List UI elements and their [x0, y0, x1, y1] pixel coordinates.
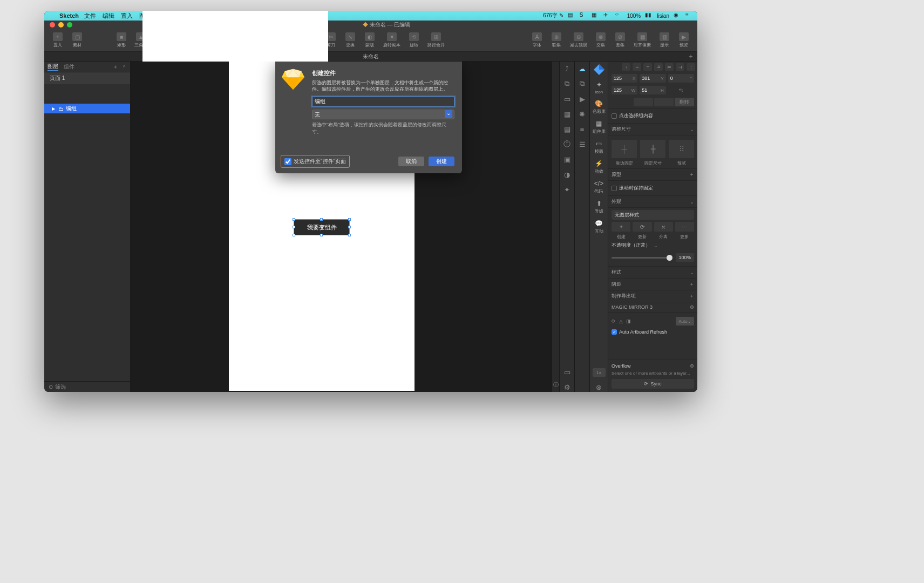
- align-left-icon[interactable]: ⫞: [622, 63, 630, 71]
- w-input[interactable]: 125W: [612, 86, 637, 94]
- resize-handle[interactable]: [348, 226, 351, 228]
- strip-icon-layout[interactable]: ▤: [562, 124, 572, 134]
- toolbar-mask[interactable]: ◐蒙版: [361, 31, 379, 50]
- rotation-input[interactable]: 0°: [668, 74, 694, 83]
- flip-label[interactable]: 翻转: [675, 98, 694, 106]
- toolbar-fonts[interactable]: A字体: [528, 31, 546, 50]
- toolbar-rect[interactable]: ■矩形: [112, 31, 131, 50]
- strip-icon-data[interactable]: ≡: [578, 124, 587, 134]
- menubar-plane-icon[interactable]: ✈: [603, 12, 611, 19]
- filter-icon[interactable]: ⊙: [49, 384, 53, 390]
- opacity-value[interactable]: 100%: [676, 253, 694, 262]
- strip-icon-cloud[interactable]: ☁: [578, 64, 587, 73]
- new-tab-button[interactable]: ＋: [688, 52, 694, 61]
- strip-icon-palette[interactable]: ◑: [562, 170, 572, 179]
- fix-size-control[interactable]: ╋: [640, 140, 665, 158]
- plugin-upgrade[interactable]: ⬆升级: [595, 200, 603, 214]
- resize-handle[interactable]: [293, 226, 295, 228]
- align-hcenter-icon[interactable]: ⫠: [633, 63, 641, 71]
- canvas[interactable]: 我要变组件: [131, 62, 552, 392]
- resize-handle[interactable]: [320, 234, 323, 236]
- y-input[interactable]: 381Y: [640, 74, 665, 83]
- plugin-scale[interactable]: 1x: [593, 368, 606, 377]
- symbol-name-input[interactable]: [312, 97, 454, 106]
- resize-handle[interactable]: [348, 234, 351, 236]
- strip-icon-duplicate[interactable]: ⧉: [562, 79, 572, 89]
- menubar-wordcount[interactable]: 676字 ✎: [543, 12, 563, 19]
- style-create-button[interactable]: ＋: [612, 222, 630, 232]
- window-zoom-button[interactable]: [67, 22, 72, 28]
- plugin-icon[interactable]: ✦Icon: [595, 81, 603, 94]
- mm-flip-icon[interactable]: △: [619, 318, 623, 324]
- toolbar-union[interactable]: ⊕联集: [547, 31, 566, 50]
- plugin-code[interactable]: </>代码: [594, 180, 603, 194]
- plugin-close-icon[interactable]: ⊗: [594, 382, 604, 392]
- mm-auto-select[interactable]: Auto ⌄: [676, 317, 694, 326]
- plugin-templates[interactable]: ▭模版: [595, 140, 603, 154]
- overflow-settings-icon[interactable]: ⚙: [690, 363, 694, 369]
- toolbar-preview[interactable]: ▶预览: [675, 31, 693, 50]
- strip-icon-play[interactable]: ▶: [578, 94, 587, 104]
- h-input[interactable]: 51H: [640, 86, 665, 94]
- filter-label[interactable]: 筛选: [55, 383, 66, 391]
- style-update-button[interactable]: ⟳: [633, 222, 651, 232]
- align-vcenter-icon[interactable]: ⫢: [665, 63, 674, 71]
- strip-icon-copy[interactable]: ⧉: [578, 79, 587, 89]
- pin-edges-control[interactable]: ┼: [612, 140, 637, 158]
- info-icon[interactable]: ⓘ: [553, 381, 559, 389]
- radius-input-2[interactable]: [654, 98, 674, 106]
- resize-section-header[interactable]: 调整尺寸⌄: [608, 123, 697, 135]
- select-group-contents-checkbox[interactable]: 点击选择组内容: [612, 111, 694, 121]
- toolbar-assets[interactable]: ▢素材: [68, 31, 86, 50]
- toolbar-insert[interactable]: ＋置入: [49, 31, 67, 50]
- menubar-wifi-icon[interactable]: ⌔: [615, 12, 623, 19]
- layer-row-selected[interactable]: ▶ 🗀 编组: [44, 104, 130, 113]
- strip-icon-stack[interactable]: ☰: [578, 139, 587, 149]
- strip-icon-align[interactable]: ▭: [562, 94, 572, 104]
- window-close-button[interactable]: [50, 22, 55, 28]
- toolbar-pixel-fit[interactable]: ▦对齐像素: [630, 31, 654, 50]
- shadow-section-header[interactable]: 阴影＋: [608, 278, 697, 290]
- flip-h-icon[interactable]: ⇋: [668, 86, 694, 94]
- sync-button[interactable]: ⟳ Sync: [612, 379, 694, 389]
- add-page-icon[interactable]: ＋: [113, 63, 118, 71]
- style-detach-button[interactable]: ⤫: [654, 222, 673, 232]
- appearance-section-header[interactable]: 外观⌄: [608, 195, 697, 207]
- menubar-s-icon[interactable]: S: [580, 12, 587, 19]
- toolbar-rotate[interactable]: ⟲旋转: [405, 31, 423, 50]
- strip-icon-export[interactable]: ⤴: [562, 64, 572, 73]
- menubar-user[interactable]: lisian: [657, 13, 669, 19]
- align-bottom-icon[interactable]: ⫣: [676, 63, 684, 71]
- toolbar-difference[interactable]: ⊘差集: [611, 31, 629, 50]
- toolbar-intersect[interactable]: ⊗交集: [592, 31, 610, 50]
- plugin-colors[interactable]: 🎨色彩库: [593, 100, 606, 114]
- menu-edit[interactable]: 编辑: [103, 12, 114, 20]
- page-row[interactable]: 页面 1: [44, 72, 130, 84]
- window-minimize-button[interactable]: [58, 22, 64, 28]
- plugin-interact[interactable]: 💬互动: [595, 220, 603, 234]
- strip-icon-burst[interactable]: ✺: [578, 109, 587, 119]
- export-section-header[interactable]: 制作导出项＋: [608, 290, 697, 302]
- menubar-grid-icon[interactable]: ▦: [592, 12, 599, 19]
- fix-on-scroll-checkbox[interactable]: 滚动时保持固定: [612, 183, 694, 193]
- x-input[interactable]: 125X: [612, 74, 637, 83]
- auto-artboard-refresh-checkbox[interactable]: ✓Auto Artboard Refresh: [612, 328, 694, 336]
- resize-handle[interactable]: [293, 218, 295, 221]
- tab-layers[interactable]: 图层: [47, 63, 58, 71]
- distribute-icon[interactable]: ⋮: [687, 63, 695, 71]
- cancel-button[interactable]: 取消: [398, 157, 424, 166]
- resize-handle[interactable]: [320, 218, 323, 221]
- style-more-button[interactable]: ⋯: [675, 222, 694, 232]
- style-section-header[interactable]: 样式⌄: [608, 266, 697, 278]
- mm-mirror-icon[interactable]: ◨: [626, 318, 631, 324]
- tab-components[interactable]: 组件: [64, 63, 74, 71]
- document-tab[interactable]: 未命名: [363, 53, 379, 60]
- selected-group[interactable]: 我要变组件: [294, 219, 350, 235]
- toolbar-subtract[interactable]: ⊖减去顶层: [567, 31, 590, 50]
- disclosure-icon[interactable]: ▶: [52, 106, 56, 111]
- toolbar-rotate-copies[interactable]: ✷旋转副本: [380, 31, 404, 50]
- strip-icon-sparkle[interactable]: ✦: [562, 185, 572, 194]
- strip-icon-image[interactable]: ▣: [562, 154, 572, 164]
- collapse-pages-icon[interactable]: ＾: [121, 63, 127, 71]
- layout-select[interactable]: 无: [312, 110, 454, 119]
